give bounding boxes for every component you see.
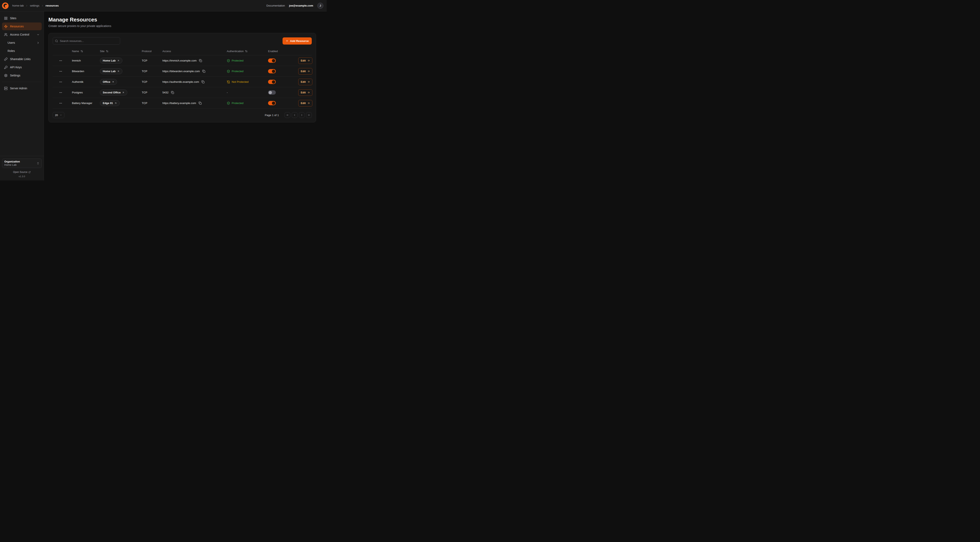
arrow-up-right-icon [117, 70, 119, 73]
copy-button[interactable] [199, 59, 202, 62]
arrow-right-icon [307, 91, 310, 94]
edit-button-label: Edit [301, 59, 306, 62]
open-source-link[interactable]: Open Source [0, 171, 44, 174]
breadcrumb-settings[interactable]: settings [30, 4, 40, 7]
org-selector-label: Organization [4, 160, 20, 163]
breadcrumb-resources[interactable]: resources [46, 4, 59, 7]
copy-button[interactable] [202, 69, 206, 73]
sidebar-item-label: Access Control [10, 33, 34, 36]
auth-status-label: Not Protected [232, 80, 249, 83]
sidebar-item-sites[interactable]: Sites [2, 14, 42, 22]
resource-access: https://authentik.example.com [162, 80, 199, 83]
documentation-link[interactable]: Documentation [266, 4, 285, 7]
arrow-up-right-icon [122, 91, 124, 94]
auth-status: Protected [227, 102, 261, 105]
search-input[interactable] [53, 37, 120, 45]
column-site[interactable]: Site [97, 49, 138, 53]
breadcrumb-org[interactable]: home-lab [12, 4, 24, 7]
gear-icon [4, 74, 8, 77]
copy-icon [202, 70, 205, 73]
resource-access: https://immich.example.com [162, 59, 197, 62]
sidebar-item-settings[interactable]: Settings [2, 72, 42, 79]
sidebar-item-label: Roles [8, 49, 40, 53]
column-access: Access [159, 49, 223, 53]
pagination-controls [285, 112, 312, 118]
arrow-up-right-icon [112, 81, 114, 83]
enabled-toggle[interactable] [268, 69, 276, 73]
copy-button[interactable] [198, 101, 202, 105]
grid-icon [4, 16, 8, 20]
arrow-right-icon [307, 102, 310, 104]
sidebar-item-access-control[interactable]: Access Control [2, 31, 42, 38]
column-name[interactable]: Name [68, 49, 97, 53]
chevron-left-icon [293, 114, 296, 116]
main-content: Manage Resources Create secure proxies t… [44, 11, 327, 180]
resource-access: https://battery.example.com [162, 102, 196, 105]
last-page-button[interactable] [306, 112, 312, 118]
plus-icon [286, 40, 288, 42]
enabled-toggle[interactable] [268, 90, 276, 95]
resource-protocol: TCP [138, 102, 159, 105]
edit-button[interactable]: Edit [298, 100, 312, 107]
enabled-toggle[interactable] [268, 80, 276, 84]
sidebar-item-roles[interactable]: Roles [2, 47, 42, 55]
pangolin-logo-icon [2, 2, 9, 9]
site-link[interactable]: Home Lab [100, 57, 123, 64]
row-menu-button[interactable] [58, 69, 63, 74]
org-selector[interactable]: Organization Home Lab [2, 159, 42, 168]
sidebar-item-label: Settings [10, 74, 40, 77]
auth-status-label: Protected [232, 59, 243, 62]
copy-button[interactable] [201, 80, 205, 84]
edit-button[interactable]: Edit [298, 57, 312, 64]
next-page-button[interactable] [299, 112, 305, 118]
auth-status-label: - [227, 91, 228, 94]
edit-button-label: Edit [301, 80, 306, 83]
sidebar-item-resources[interactable]: Resources [2, 22, 42, 30]
add-resource-button[interactable]: Add Resource [283, 37, 312, 45]
resources-table: Name Site Protocol Access Authentication… [53, 47, 312, 108]
column-authentication[interactable]: Authentication [223, 49, 265, 53]
sidebar-item-label: Users [8, 41, 34, 45]
table-row: Postgres Second Office TCP 5432 - [53, 87, 312, 98]
sidebar-item-shareable-links[interactable]: Shareable Links [2, 55, 42, 63]
chevron-right-icon [300, 114, 303, 116]
enabled-toggle[interactable] [268, 59, 276, 63]
row-menu-button[interactable] [58, 90, 63, 95]
edit-button[interactable]: Edit [298, 89, 312, 96]
resource-protocol: TCP [138, 59, 159, 62]
row-menu-button[interactable] [58, 80, 63, 84]
row-menu-button[interactable] [58, 58, 63, 63]
sidebar-item-users[interactable]: Users [2, 39, 42, 46]
key-icon [4, 65, 8, 69]
chevrons-up-down-icon [37, 162, 40, 165]
edit-button[interactable]: Edit [298, 79, 312, 85]
copy-button[interactable] [170, 91, 175, 94]
site-link[interactable]: Edge 01 [100, 100, 120, 106]
ellipsis-icon [59, 80, 62, 84]
previous-page-button[interactable] [292, 112, 298, 118]
arrow-up-right-icon [117, 59, 119, 62]
avatar[interactable]: J [317, 3, 323, 9]
auth-status: - [227, 91, 261, 94]
ellipsis-icon [59, 70, 62, 73]
edit-button[interactable]: Edit [298, 68, 312, 75]
site-link[interactable]: Home Lab [100, 68, 123, 74]
auth-status: Protected [227, 59, 261, 62]
app-logo[interactable] [2, 2, 9, 10]
enabled-toggle[interactable] [268, 101, 276, 105]
sort-icon [81, 50, 83, 53]
page-size-value: 20 [55, 114, 58, 117]
row-menu-button[interactable] [58, 101, 63, 106]
first-page-button[interactable] [285, 112, 290, 118]
resource-protocol: TCP [138, 91, 159, 94]
sidebar-item-server-admin[interactable]: Server Admin [2, 84, 42, 92]
users-icon [4, 33, 8, 37]
sidebar-item-api-keys[interactable]: API Keys [2, 63, 42, 71]
chevron-right-icon [41, 5, 44, 7]
site-link[interactable]: Office [100, 79, 117, 85]
page-size-select[interactable]: 20 [53, 112, 64, 118]
site-link[interactable]: Second Office [100, 89, 127, 96]
toggle-knob [272, 70, 275, 73]
resource-access: 5432 [162, 91, 169, 94]
table-header: Name Site Protocol Access Authentication… [53, 47, 312, 55]
